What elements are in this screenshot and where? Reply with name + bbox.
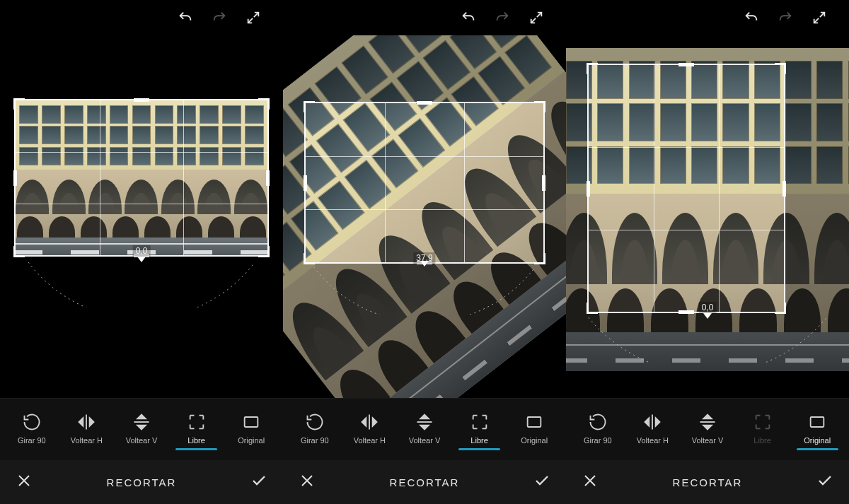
tool-rotate-90[interactable]: Girar 90: [4, 409, 59, 450]
crop-handle-tr[interactable]: [258, 98, 270, 110]
svg-rect-2: [811, 417, 824, 427]
rotation-dial[interactable]: [14, 257, 269, 307]
crop-handle-tl[interactable]: [304, 101, 315, 112]
crop-handle-t[interactable]: [134, 98, 149, 102]
tool-label: Voltear H: [637, 436, 669, 445]
redo-icon: [211, 9, 228, 26]
tool-label: Voltear V: [692, 436, 724, 445]
tool-original[interactable]: Original: [224, 409, 279, 450]
crop-handle-tr[interactable]: [775, 63, 786, 74]
tool-label: Libre: [753, 436, 770, 445]
crop-handle-tr[interactable]: [534, 101, 545, 112]
crop-handle-r[interactable]: [266, 170, 270, 186]
crop-handle-l[interactable]: [587, 181, 590, 197]
crop-handle-tl[interactable]: [13, 98, 25, 110]
crop-handle-tl[interactable]: [587, 63, 598, 74]
tool-row: Girar 90 Voltear H Voltear V Libre Origi…: [0, 398, 283, 460]
svg-rect-1: [528, 417, 541, 427]
crop-handle-bl[interactable]: [587, 303, 598, 314]
canvas[interactable]: 0,0: [0, 35, 283, 398]
crop-handle-l[interactable]: [304, 175, 307, 191]
tool-label: Voltear V: [409, 436, 441, 445]
crop-frame[interactable]: [587, 64, 785, 313]
tool-free[interactable]: Libre: [735, 409, 790, 450]
tool-label: Original: [521, 436, 548, 445]
undo-icon[interactable]: [743, 9, 760, 26]
tool-flip-h[interactable]: Voltear H: [342, 409, 398, 450]
crop-handle-r[interactable]: [542, 175, 545, 191]
action-title: RECORTAR: [390, 476, 460, 488]
tool-original[interactable]: Original: [507, 409, 562, 450]
cancel-button[interactable]: [582, 472, 599, 492]
angle-readout: 0,0: [699, 302, 717, 313]
confirm-button[interactable]: [533, 472, 550, 492]
redo-icon: [777, 9, 794, 26]
undo-icon[interactable]: [177, 9, 194, 26]
tool-row: Girar 90 Voltear H Voltear V Libre Origi…: [283, 398, 566, 460]
tool-flip-v[interactable]: Voltear V: [397, 409, 452, 450]
topbar: [0, 0, 283, 35]
tool-row: Girar 90 Voltear H Voltear V Libre Origi…: [566, 398, 849, 460]
panel-3: 0,0 Girar 90 Voltear H Voltear V Libre O…: [566, 0, 849, 504]
actionbar: RECORTAR: [283, 460, 566, 504]
actionbar: RECORTAR: [0, 460, 283, 504]
redo-icon: [494, 9, 511, 26]
tool-label: Voltear H: [354, 436, 386, 445]
crop-frame[interactable]: [14, 99, 269, 257]
tool-label: Girar 90: [584, 436, 612, 445]
tool-label: Girar 90: [18, 436, 46, 445]
crop-handle-t[interactable]: [417, 101, 432, 105]
action-title: RECORTAR: [673, 476, 743, 488]
tool-label: Original: [238, 436, 265, 445]
action-title: RECORTAR: [107, 476, 177, 488]
dial-marker-icon[interactable]: [137, 257, 146, 262]
tool-label: Voltear H: [71, 436, 103, 445]
dial-marker-icon[interactable]: [420, 261, 429, 266]
canvas[interactable]: 37,9: [283, 35, 566, 398]
tool-flip-v[interactable]: Voltear V: [680, 409, 735, 450]
crop-handle-bl[interactable]: [13, 246, 25, 257]
topbar: [283, 0, 566, 35]
tool-rotate-90[interactable]: Girar 90: [570, 409, 625, 450]
cancel-button[interactable]: [299, 472, 316, 492]
tool-free[interactable]: Libre: [452, 409, 507, 450]
panel-1: 0,0 Girar 90 Voltear H Voltear V Libre O…: [0, 0, 283, 504]
tool-label: Original: [804, 436, 831, 445]
svg-rect-0: [245, 417, 258, 427]
tool-flip-h[interactable]: Voltear H: [59, 409, 115, 450]
confirm-button[interactable]: [816, 472, 833, 492]
tool-original[interactable]: Original: [790, 409, 845, 450]
crop-handle-r[interactable]: [782, 181, 786, 197]
rotation-dial[interactable]: [300, 261, 549, 315]
undo-icon[interactable]: [460, 9, 477, 26]
dial-marker-icon[interactable]: [703, 313, 712, 319]
crop-frame[interactable]: [304, 102, 545, 264]
expand-icon[interactable]: [245, 9, 262, 26]
canvas[interactable]: 0,0: [566, 35, 849, 398]
panel-2: 37,9 Girar 90 Voltear H Voltear V Libre …: [283, 0, 566, 504]
actionbar: RECORTAR: [566, 460, 849, 504]
tool-label: Libre: [470, 436, 487, 445]
tool-label: Libre: [187, 436, 204, 445]
tool-rotate-90[interactable]: Girar 90: [287, 409, 342, 450]
expand-icon[interactable]: [811, 9, 828, 26]
crop-handle-br[interactable]: [775, 303, 786, 314]
crop-handle-t[interactable]: [678, 63, 694, 66]
tool-label: Voltear V: [126, 436, 158, 445]
tool-label: Girar 90: [301, 436, 329, 445]
confirm-button[interactable]: [250, 472, 267, 492]
crop-handle-l[interactable]: [13, 170, 17, 186]
angle-readout: 0,0: [133, 245, 151, 257]
cancel-button[interactable]: [16, 472, 33, 492]
topbar: [566, 0, 849, 35]
rotation-dial[interactable]: [574, 313, 841, 363]
tool-flip-h[interactable]: Voltear H: [625, 409, 681, 450]
expand-icon[interactable]: [528, 9, 545, 26]
tool-free[interactable]: Libre: [169, 409, 224, 450]
tool-flip-v[interactable]: Voltear V: [114, 409, 169, 450]
crop-handle-br[interactable]: [258, 246, 270, 257]
